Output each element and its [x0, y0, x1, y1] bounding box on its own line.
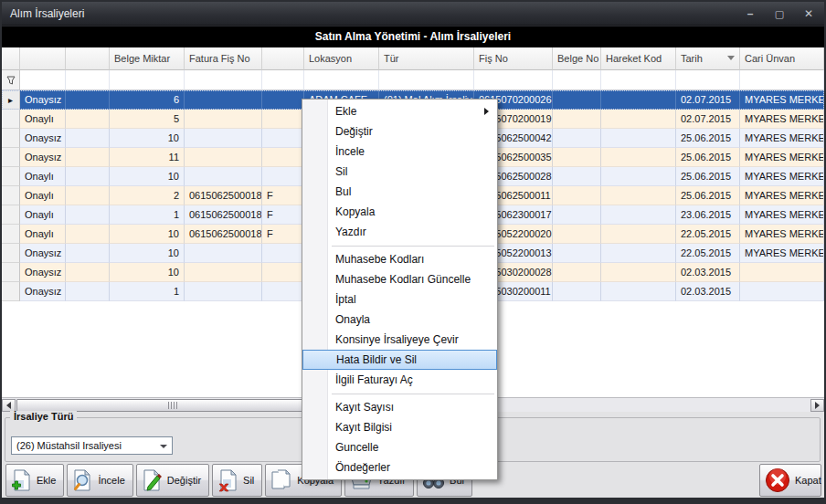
menu-item[interactable]: İlgili Faturayı Aç: [302, 370, 497, 390]
table-cell: Onaysız: [20, 263, 66, 282]
grid-column-header[interactable]: [66, 47, 110, 70]
table-cell: [66, 148, 110, 167]
filter-cell[interactable]: [601, 70, 676, 90]
filter-cell[interactable]: [553, 70, 601, 90]
copy-icon: [270, 468, 293, 493]
filter-cell[interactable]: [66, 70, 110, 90]
kapat-button[interactable]: Kapat: [759, 464, 821, 497]
grid-column-header[interactable]: Fiş No: [474, 47, 553, 70]
table-cell: [601, 148, 676, 167]
table-cell: MYARES MERKEZ: [740, 167, 824, 186]
filter-cell[interactable]: [740, 70, 824, 90]
irsaliye-turu-label: İrsaliye Türü: [10, 411, 77, 422]
table-cell: Onaylı: [20, 110, 66, 129]
table-cell: 02.03.2015: [676, 263, 740, 282]
maximize-icon[interactable]: ▢: [771, 2, 788, 26]
menu-item[interactable]: Kayıt Bilgisi: [302, 417, 497, 437]
grid-column-header[interactable]: Cari Ünvan: [740, 47, 824, 70]
filter-cell[interactable]: [676, 70, 740, 90]
table-cell: 22.05.2015: [676, 225, 740, 244]
table-cell: [66, 186, 110, 205]
menu-item[interactable]: Guncelle: [302, 437, 497, 457]
menu-item[interactable]: Konsinye İrsaliyeye Çevir: [302, 330, 497, 350]
module-header: Satın Alma Yönetimi - Alım İrsaliyeleri: [2, 26, 824, 47]
filter-cell[interactable]: [304, 70, 379, 90]
grid-column-header[interactable]: [262, 47, 304, 70]
menu-item[interactable]: İptal: [302, 289, 497, 310]
row-indicator: [2, 129, 20, 148]
menu-item[interactable]: Değiştir: [302, 121, 497, 142]
title-bar[interactable]: Alım İrsaliyeleri – ▢ ✕: [2, 2, 824, 26]
filter-cell[interactable]: [110, 70, 185, 90]
grid-column-header[interactable]: Belge Miktar: [110, 47, 185, 70]
menu-item[interactable]: Sil: [302, 162, 497, 182]
table-cell: MYARES MERKEZ: [740, 129, 824, 148]
table-cell: MYARES MERKEZ: [740, 148, 824, 167]
sil-button[interactable]: Sil: [212, 464, 262, 497]
table-cell: 0615062500018: [185, 205, 262, 225]
close-icon[interactable]: ✕: [800, 2, 817, 26]
table-cell: [553, 110, 601, 129]
grid-column-header[interactable]: Belge No: [553, 47, 601, 70]
table-cell: 10: [110, 167, 185, 186]
menu-item[interactable]: Kopyala: [302, 202, 497, 222]
grid-column-header[interactable]: Tarih: [676, 47, 740, 70]
table-cell: 1: [110, 282, 185, 301]
menu-item[interactable]: Hata Bildir ve Sil: [302, 350, 497, 370]
filter-cell[interactable]: [185, 70, 262, 90]
menu-item[interactable]: Muhasebe Kodları Güncelle: [302, 269, 497, 289]
menu-item[interactable]: Ekle: [302, 101, 497, 121]
table-cell: F: [262, 225, 304, 244]
grid-column-header[interactable]: Lokasyon: [304, 47, 379, 70]
table-cell: [553, 148, 601, 167]
context-menu: EkleDeğiştirİnceleSilBulKopyalaYazdırMuh…: [302, 99, 498, 480]
table-cell: Onaylı: [20, 167, 66, 186]
grid-column-header[interactable]: Hareket Kod: [601, 47, 676, 70]
filter-cell[interactable]: [474, 70, 553, 90]
incele-button[interactable]: İncele: [67, 464, 132, 497]
table-cell: [601, 90, 676, 110]
grid-column-header[interactable]: [2, 47, 20, 70]
table-cell: [66, 244, 110, 263]
table-cell: MYARES MERKEZ: [740, 186, 824, 205]
menu-item[interactable]: Kayıt Sayısı: [302, 397, 497, 417]
menu-item[interactable]: İncele: [302, 142, 497, 162]
table-cell: [185, 263, 262, 282]
scroll-right-icon[interactable]: [810, 399, 824, 412]
row-indicator: [2, 186, 20, 205]
grid-column-header[interactable]: Fatura Fiş No: [185, 47, 262, 70]
filter-cell[interactable]: [2, 70, 20, 90]
table-cell: [262, 90, 304, 110]
table-cell: 2: [110, 186, 185, 205]
menu-item[interactable]: Muhasebe Kodları: [302, 249, 497, 269]
grid-column-header[interactable]: [20, 47, 66, 70]
menu-item[interactable]: Yazdır: [302, 222, 497, 242]
ekle-button[interactable]: Ekle: [5, 464, 64, 497]
grid-filter-row: [2, 70, 824, 90]
filter-cell[interactable]: [20, 70, 66, 90]
menu-separator: [302, 242, 497, 249]
degistir-button[interactable]: Değiştir: [136, 464, 209, 497]
table-cell: Onaylı: [20, 205, 66, 225]
table-cell: 25.06.2015: [676, 186, 740, 205]
grid-column-header[interactable]: Tür: [379, 47, 474, 70]
irsaliye-turu-value: (26) Müstahsil Irsaliyesi: [16, 440, 122, 451]
table-cell: 22.05.2015: [676, 244, 740, 263]
table-cell: [262, 282, 304, 301]
menu-item[interactable]: Öndeğerler: [302, 457, 497, 478]
minimize-icon[interactable]: –: [742, 2, 758, 26]
table-cell: 10: [110, 129, 185, 148]
menu-item[interactable]: Bul: [302, 182, 497, 202]
scroll-left-icon[interactable]: [2, 399, 16, 412]
irsaliye-turu-combobox[interactable]: (26) Müstahsil Irsaliyesi: [11, 436, 173, 455]
scrollbar-thumb[interactable]: [16, 399, 329, 412]
filter-cell[interactable]: [262, 70, 304, 90]
menu-item[interactable]: Onayla: [302, 310, 497, 330]
table-cell: [262, 263, 304, 282]
sort-desc-icon: [727, 56, 735, 60]
row-indicator: ▸: [2, 90, 20, 110]
filter-cell[interactable]: [379, 70, 474, 90]
table-cell: MYARES MERKEZ: [740, 90, 824, 110]
table-cell: 6: [110, 90, 185, 110]
add-document-icon: [10, 468, 33, 493]
